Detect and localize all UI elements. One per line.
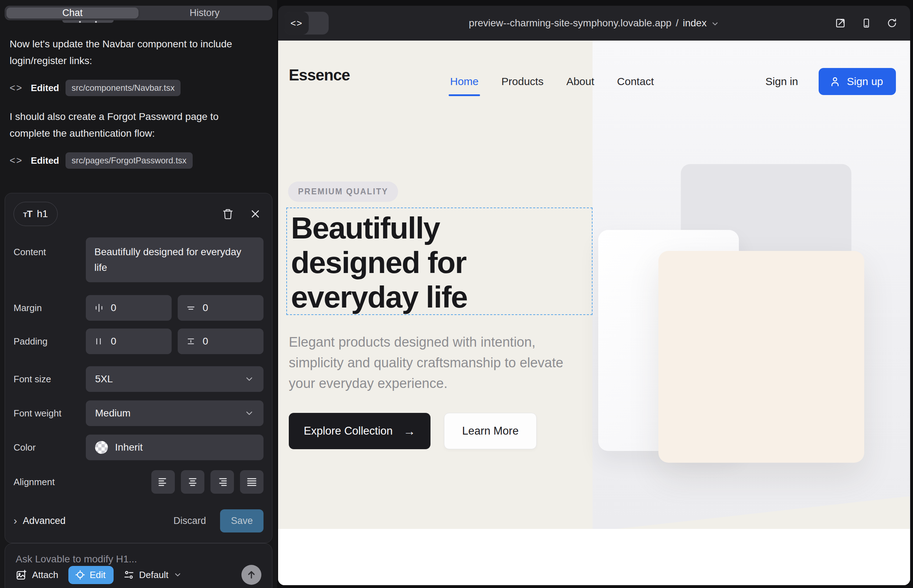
next-section-background: [278, 529, 910, 585]
sign-in-link[interactable]: Sign in: [766, 76, 798, 87]
inspector-header: TT h1: [13, 201, 264, 227]
composer-input[interactable]: Ask Lovable to modify H1...: [16, 554, 261, 565]
align-justify-icon: [246, 476, 258, 488]
open-in-new-tab-button[interactable]: [835, 18, 846, 29]
url-bar[interactable]: preview--charming-site-symphony.lovable.…: [469, 6, 720, 40]
font-size-select[interactable]: 5XL: [86, 366, 264, 392]
site-navbar: Essence Home Products About Contact Sign…: [278, 40, 910, 123]
content-label: Content: [13, 247, 86, 258]
arrow-right-icon: →: [403, 424, 416, 438]
code-icon: <>: [10, 82, 23, 94]
edited-file-chip[interactable]: src/components/Navbar.tsx: [66, 80, 181, 96]
advanced-toggle[interactable]: › Advanced: [13, 515, 66, 527]
padding-x-input[interactable]: 0: [86, 328, 172, 354]
edited-file-chip[interactable]: src/pages/ForgotPassword.tsx: [66, 152, 193, 169]
selected-element-pill[interactable]: TT h1: [13, 202, 58, 226]
nav-link-home[interactable]: Home: [450, 76, 479, 87]
attach-image-icon: [16, 569, 27, 580]
align-center-icon: [186, 476, 199, 488]
align-left-button[interactable]: [151, 470, 175, 494]
chevron-down-icon: [711, 19, 719, 28]
external-link-icon: [835, 18, 846, 29]
chevron-down-icon: [244, 374, 254, 384]
mode-select[interactable]: Default: [123, 570, 182, 580]
lovable-app: Chat History Now let's update the Navbar…: [0, 0, 913, 588]
hero-cta-row: Explore Collection → Learn More: [289, 413, 537, 449]
trash-icon: [222, 208, 233, 220]
active-link-underline: [448, 94, 480, 96]
rendered-site: Essence Home Products About Contact Sign…: [278, 40, 910, 585]
align-right-button[interactable]: [210, 470, 234, 494]
sign-up-button[interactable]: Sign up: [819, 68, 896, 95]
code-preview-toggle[interactable]: <>: [285, 12, 329, 34]
hero-headline[interactable]: Beautifully designed for everyday life: [291, 211, 554, 314]
alignment-label: Alignment: [13, 477, 86, 488]
site-nav-links: Home Products About Contact: [450, 40, 654, 123]
chevron-down-icon: [244, 408, 254, 418]
close-icon: [250, 208, 261, 219]
url-separator: /: [676, 18, 679, 29]
sidebar-tabs: Chat History: [5, 6, 272, 20]
chat-messages: Now let's update the Navbar component to…: [5, 31, 272, 181]
explore-collection-button[interactable]: Explore Collection →: [289, 413, 431, 449]
scrolled-chip-remnant: [62, 20, 113, 23]
user-icon: [829, 76, 841, 87]
discard-button[interactable]: Discard: [173, 515, 206, 527]
site-logo[interactable]: Essence: [289, 66, 350, 84]
preview-pane: <> preview--charming-site-symphony.lovab…: [277, 0, 913, 588]
edited-label: Edited: [31, 82, 59, 94]
margin-vertical-icon: [186, 302, 196, 313]
code-icon: <>: [10, 155, 23, 166]
padding-vertical-icon: [186, 336, 196, 347]
tab-history[interactable]: History: [139, 8, 270, 18]
content-input[interactable]: Beautifully designed for everyday life: [86, 237, 264, 282]
chevron-right-icon: ›: [13, 515, 17, 527]
refresh-icon: [887, 18, 897, 29]
tab-chat[interactable]: Chat: [6, 8, 139, 18]
save-button[interactable]: Save: [220, 509, 264, 533]
align-justify-button[interactable]: [240, 470, 264, 494]
chevron-down-icon: [173, 570, 182, 579]
margin-horizontal-icon: [94, 302, 104, 313]
mobile-view-button[interactable]: [861, 18, 872, 29]
chat-composer[interactable]: Ask Lovable to modify H1... Attach Edit …: [5, 543, 272, 588]
color-label: Color: [13, 442, 86, 453]
assistant-message: I should also create a Forgot Password p…: [10, 108, 255, 142]
nav-link-products[interactable]: Products: [501, 76, 543, 87]
edited-file-row[interactable]: <> Edited src/pages/ForgotPassword.tsx: [10, 152, 267, 169]
margin-x-input[interactable]: 0: [86, 295, 172, 321]
margin-y-input[interactable]: 0: [178, 295, 264, 321]
align-center-button[interactable]: [181, 470, 204, 494]
code-view-icon: <>: [285, 12, 309, 34]
close-panel-button[interactable]: [250, 208, 261, 219]
premium-quality-badge: PREMIUM QUALITY: [288, 181, 398, 202]
margin-label: Margin: [13, 302, 86, 313]
target-crosshair-icon: [75, 570, 86, 580]
align-right-icon: [216, 476, 228, 488]
learn-more-button[interactable]: Learn More: [444, 413, 537, 449]
mobile-device-icon: [861, 18, 872, 29]
url-host: preview--charming-site-symphony.lovable.…: [469, 18, 672, 29]
color-select[interactable]: Inherit: [86, 435, 264, 460]
color-swatch-checkerboard: [95, 441, 108, 454]
sliders-icon: [123, 570, 134, 580]
refresh-button[interactable]: [887, 18, 897, 29]
font-weight-select[interactable]: Medium: [86, 401, 264, 426]
font-size-label: Font size: [13, 374, 86, 385]
send-button[interactable]: [241, 565, 261, 585]
arrow-up-icon: [246, 570, 257, 580]
element-tag-label: h1: [37, 208, 48, 220]
nav-link-about[interactable]: About: [566, 76, 594, 87]
edited-file-row[interactable]: <> Edited src/components/Navbar.tsx: [10, 80, 267, 96]
nav-link-contact[interactable]: Contact: [617, 76, 654, 87]
decor-card-cream: [659, 251, 864, 463]
browser-toolbar: <> preview--charming-site-symphony.lovab…: [278, 6, 910, 40]
edit-mode-button[interactable]: Edit: [68, 566, 113, 584]
attach-button[interactable]: Attach: [16, 569, 58, 580]
preview-browser-window: <> preview--charming-site-symphony.lovab…: [278, 6, 910, 585]
edited-label: Edited: [31, 155, 59, 166]
delete-element-button[interactable]: [222, 208, 233, 220]
padding-y-input[interactable]: 0: [178, 328, 264, 354]
hero-description: Elegant products designed with intention…: [289, 332, 577, 394]
assistant-message: Now let's update the Navbar component to…: [10, 36, 255, 69]
